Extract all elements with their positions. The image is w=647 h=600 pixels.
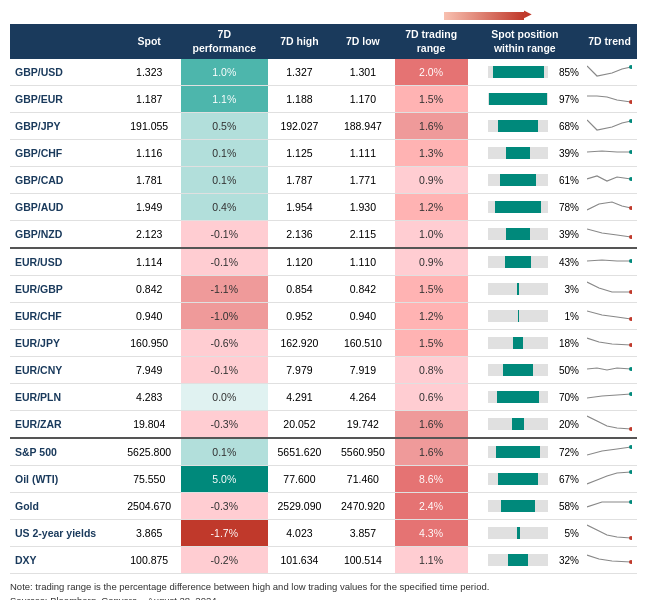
trend-cell (582, 384, 637, 411)
high-value: 1.327 (268, 59, 331, 86)
bar-wrapper (488, 391, 548, 403)
svg-point-8 (629, 290, 632, 294)
bar-wrapper (488, 310, 548, 322)
low-value: 2.115 (331, 221, 394, 249)
range-value: 4.3% (395, 520, 468, 547)
trend-cell (582, 167, 637, 194)
source-text: Sources: Bloomberg, Convera – August 28,… (10, 595, 217, 600)
svg-point-6 (629, 235, 632, 239)
table-row: EUR/GBP 0.842 -1.1% 0.854 0.842 1.5% 3% (10, 276, 637, 303)
bar-fill (496, 446, 539, 458)
bar-fill (517, 283, 519, 295)
trend-cell (582, 113, 637, 140)
trend-cell (582, 86, 637, 113)
spot-bar-cell: 72% (468, 438, 582, 466)
bar-container: 39% (471, 228, 579, 240)
svg-point-13 (629, 427, 632, 431)
spot-bar-cell: 78% (468, 194, 582, 221)
pair-label: Gold (10, 493, 117, 520)
low-value: 160.510 (331, 330, 394, 357)
table-row: GBP/NZD 2.123 -0.1% 2.136 2.115 1.0% 39% (10, 221, 637, 249)
col-7d-perf: 7Dperformance (181, 24, 268, 59)
pair-label: GBP/USD (10, 59, 117, 86)
high-value: 20.052 (268, 411, 331, 439)
low-value: 1.301 (331, 59, 394, 86)
pair-label: EUR/USD (10, 248, 117, 276)
trend-chart (587, 196, 632, 216)
table-row: GBP/JPY 191.055 0.5% 192.027 188.947 1.6… (10, 113, 637, 140)
range-value: 1.5% (395, 276, 468, 303)
low-value: 188.947 (331, 113, 394, 140)
spot-value: 0.842 (117, 276, 180, 303)
spot-value: 2504.670 (117, 493, 180, 520)
bar-percent: 3% (551, 284, 579, 295)
table-row: EUR/CHF 0.940 -1.0% 0.952 0.940 1.2% 1% (10, 303, 637, 330)
trend-chart (587, 332, 632, 352)
bar-fill (508, 554, 527, 566)
low-value: 71.460 (331, 466, 394, 493)
spot-value: 19.804 (117, 411, 180, 439)
bar-fill (512, 418, 524, 430)
svg-point-15 (629, 470, 632, 474)
svg-point-9 (629, 317, 632, 321)
perf-value: 0.5% (181, 113, 268, 140)
perf-value: -0.3% (181, 411, 268, 439)
bar-wrapper (488, 500, 548, 512)
col-7d-range: 7D tradingrange (395, 24, 468, 59)
high-value: 7.979 (268, 357, 331, 384)
range-value: 0.9% (395, 167, 468, 194)
bar-wrapper (488, 256, 548, 268)
pair-label: EUR/PLN (10, 384, 117, 411)
bar-fill (518, 310, 519, 322)
header-row: Spot 7Dperformance 7D high 7D low 7D tra… (10, 24, 637, 59)
bar-percent: 78% (551, 202, 579, 213)
range-value: 0.8% (395, 357, 468, 384)
spot-value: 75.550 (117, 466, 180, 493)
table-row: Gold 2504.670 -0.3% 2529.090 2470.920 2.… (10, 493, 637, 520)
perf-value: -1.1% (181, 276, 268, 303)
spot-bar-cell: 68% (468, 113, 582, 140)
perf-value: -0.1% (181, 248, 268, 276)
bar-percent: 70% (551, 392, 579, 403)
svg-point-4 (629, 177, 632, 181)
svg-point-10 (629, 343, 632, 347)
trend-cell (582, 140, 637, 167)
bar-wrapper (488, 283, 548, 295)
trend-chart (587, 61, 632, 81)
spot-value: 160.950 (117, 330, 180, 357)
trend-chart (587, 115, 632, 135)
bar-container: 67% (471, 473, 579, 485)
low-value: 1.771 (331, 167, 394, 194)
pair-label: EUR/CNY (10, 357, 117, 384)
low-value: 1.111 (331, 140, 394, 167)
trend-cell (582, 357, 637, 384)
bar-fill (498, 120, 539, 132)
trend-cell (582, 520, 637, 547)
bar-fill (513, 337, 524, 349)
high-value: 5651.620 (268, 438, 331, 466)
bar-wrapper (488, 228, 548, 240)
svg-point-17 (629, 536, 632, 540)
range-value: 8.6% (395, 466, 468, 493)
range-value: 2.4% (395, 493, 468, 520)
spot-bar-cell: 50% (468, 357, 582, 384)
trend-cell (582, 221, 637, 249)
bar-fill (493, 66, 544, 78)
high-value: 77.600 (268, 466, 331, 493)
trend-cell (582, 438, 637, 466)
trend-chart (587, 522, 632, 542)
pair-label: EUR/CHF (10, 303, 117, 330)
table-row: S&P 500 5625.800 0.1% 5651.620 5560.950 … (10, 438, 637, 466)
low-value: 0.842 (331, 276, 394, 303)
bar-fill (503, 364, 533, 376)
low-value: 5560.950 (331, 438, 394, 466)
bar-percent: 61% (551, 175, 579, 186)
spot-bar-cell: 61% (468, 167, 582, 194)
spot-value: 1.781 (117, 167, 180, 194)
perf-value: -0.6% (181, 330, 268, 357)
range-value: 1.6% (395, 438, 468, 466)
table-row: Oil (WTI) 75.550 5.0% 77.600 71.460 8.6%… (10, 466, 637, 493)
bar-percent: 1% (551, 311, 579, 322)
bar-fill (500, 174, 537, 186)
bar-wrapper (488, 446, 548, 458)
